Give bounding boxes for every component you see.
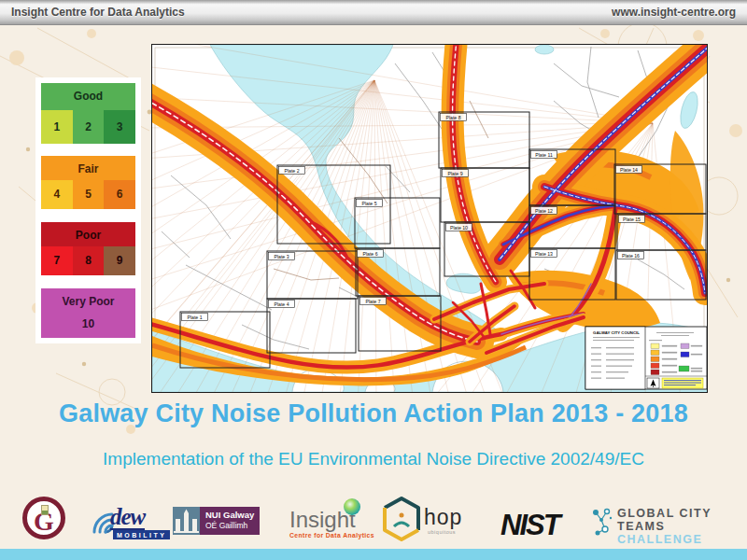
quality-group-good: Good123 [41,83,135,144]
bottom-accent-bar [0,549,747,560]
top-bar: Insight Centre for Data Analytics www.in… [0,0,747,25]
galway-city-crest-logo: G [22,497,65,539]
nui-building-icon [173,507,200,535]
quality-cell-2: 2 [73,110,105,144]
quality-group-very-poor: Very Poor10 [41,288,135,338]
quality-cell-4: 4 [41,180,73,209]
quality-cell-3: 3 [104,110,135,144]
quality-cell-10: 10 [41,317,135,330]
nui-galway-logo: NUI Galway OÉ Gaillimh [173,507,260,535]
quality-cell-8: 8 [73,246,105,275]
noise-map-frame: Plate 1Plate 2Plate 3Plate 4Plate 5Plate… [151,44,708,393]
quality-group-label: Poor [41,222,135,242]
plate-label: Plate 5 [361,201,376,206]
quality-group-label: Good [41,83,135,103]
plate-label: Plate 8 [445,115,460,120]
hop-wordmark: hop [424,505,462,530]
plate-label: Plate 15 [623,217,641,222]
plate-label: Plate 11 [535,152,553,158]
plate-label: Plate 12 [535,208,553,214]
crest-shield-icon [41,505,49,515]
plate-label: Plate 7 [365,299,380,304]
quality-group-label: Very Poor [41,288,135,308]
slide-title: Galway City Noise Pollution Action Plan … [0,399,747,428]
hop-tagline: ubiquitous [428,529,456,535]
nui-name: NUI Galway [205,510,260,521]
slide: { "header": { "brand": "Insight Centre f… [0,0,747,560]
plate-label: Plate 1 [187,315,202,320]
nui-name-irish: OÉ Gaillimh [205,521,260,531]
plate-label: Plate 4 [274,301,289,307]
quality-group-poor: Poor789 [41,222,135,275]
slide-subtitle: Implementation of the EU Environmental N… [0,449,747,469]
plate-label: Plate 16 [622,253,640,259]
insight-logo: Insight Centre for Data Analytics [288,498,395,545]
hop-hexagon-icon [381,496,422,542]
quality-group-label: Fair [41,156,135,175]
quality-cell-5: 5 [73,180,105,209]
plate-label: Plate 3 [274,254,289,259]
plate-label: Plate 14 [620,167,638,173]
plate-label: Plate 13 [535,251,553,257]
dew-mobility-label: MOBILITY [113,530,170,539]
insight-sphere-icon [344,498,360,515]
brand-text: Insight Centre for Data Analytics [11,6,185,19]
quality-cell-1: 1 [41,110,73,144]
quality-cell-9: 9 [104,246,135,275]
website-url: www.insight-centre.org [612,6,736,19]
map-legend-council-title: GALWAY CITY COUNCIL [593,330,640,335]
dew-mobility-logo: dew MOBILITY [88,502,166,541]
map-legend-box: GALWAY CITY COUNCIL [585,327,707,389]
plate-label: Plate 9 [447,171,462,176]
quality-group-fair: Fair456 [41,156,135,209]
quality-cell-6: 6 [104,180,135,209]
gctc-line1: GLOBAL CITY [617,507,739,520]
plate-label: Plate 6 [362,251,377,257]
hop-ubiquitous-logo: hop ubiquitous [381,496,465,542]
quality-cell-7: 7 [41,246,73,275]
noise-map: Plate 1Plate 2Plate 3Plate 4Plate 5Plate… [152,45,707,392]
quality-legend-panel: Good123Fair456Poor789Very Poor10 [35,77,141,343]
global-city-teams-challenge-logo: GLOBAL CITY TEAMS CHALLENGE [589,504,739,541]
plate-label: Plate 10 [450,225,468,231]
gctc-challenge: CHALLENGE [617,533,702,546]
plate-label: Plate 2 [284,168,299,174]
gctc-molecule-icon [589,505,613,540]
dew-wordmark: dew [110,506,145,530]
insight-tagline: Centre for Data Analytics [289,532,374,539]
nist-logo: NIST [500,509,559,542]
gctc-teams: TEAMS [617,520,665,533]
